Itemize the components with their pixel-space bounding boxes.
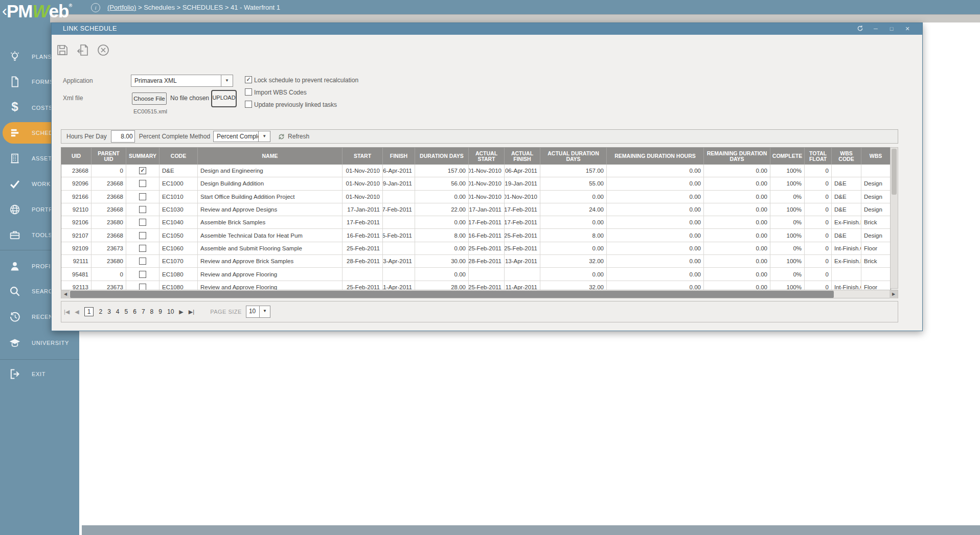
table-cell: 30.00 <box>415 255 469 267</box>
upload-button[interactable]: UPLOAD <box>211 90 237 107</box>
page-number-9[interactable]: 9 <box>158 308 162 315</box>
row-summary-checkbox[interactable] <box>139 232 146 239</box>
column-header[interactable]: START <box>343 148 383 165</box>
column-header[interactable]: ACTUAL FINISH <box>505 148 540 165</box>
table-cell: 100% <box>770 203 805 216</box>
minimize-icon[interactable]: ─ <box>872 25 879 32</box>
row-summary-checkbox[interactable] <box>139 271 146 278</box>
scrollbar-thumb[interactable] <box>892 149 897 195</box>
last-page-icon[interactable]: ▶| <box>189 309 194 315</box>
table-cell: 100% <box>770 177 805 190</box>
page-number-3[interactable]: 3 <box>107 308 111 315</box>
table-cell: 23668 <box>92 229 126 241</box>
column-header[interactable]: WBS CODE <box>832 148 861 165</box>
row-summary-checkbox[interactable] <box>139 193 146 200</box>
sidebar-divider <box>0 359 79 360</box>
table-cell <box>126 242 159 254</box>
choose-file-button[interactable]: Choose File <box>132 92 167 105</box>
column-header[interactable]: PARENT UID <box>92 148 126 165</box>
table-body: 236680✓D&EDesign and Engineering01-Nov-2… <box>61 165 891 294</box>
page-number-1[interactable]: 1 <box>84 307 94 316</box>
row-summary-checkbox[interactable] <box>139 219 146 226</box>
table-cell: EC1030 <box>159 203 198 216</box>
table-cell: Review and Approve Designs <box>198 203 343 216</box>
pmweb-logo[interactable]: ‹PMWeb® <box>2 1 72 21</box>
table-cell: 0.00 <box>415 216 469 228</box>
percent-complete-method-select[interactable]: Percent Complete ▼ <box>213 131 270 142</box>
table-cell: 92106 <box>61 216 92 228</box>
checkbox-import-wbs[interactable] <box>245 88 252 96</box>
refresh-button[interactable]: Refresh <box>288 133 309 140</box>
table-cell: 23668 <box>92 177 126 190</box>
dollar-icon: $ <box>9 100 21 114</box>
table-cell: 25-Feb-2011 <box>343 242 383 254</box>
hours-per-day-input[interactable] <box>111 130 135 143</box>
page-number-10[interactable]: 10 <box>167 308 174 315</box>
checkbox-lock-schedule[interactable]: ✓ <box>245 76 252 83</box>
table-cell: 01-Nov-2010 <box>469 177 505 190</box>
table-cell: D&E <box>832 203 861 216</box>
page-number-5[interactable]: 5 <box>125 308 128 315</box>
refresh-icon[interactable] <box>278 133 285 141</box>
column-header[interactable]: TOTAL FLOAT <box>805 148 832 165</box>
table-hscrollbar[interactable]: ◀ ▶ <box>61 290 898 298</box>
table-cell: 0 <box>805 216 832 228</box>
row-summary-checkbox[interactable] <box>139 258 146 265</box>
page-number-8[interactable]: 8 <box>150 308 154 315</box>
chevron-down-icon[interactable]: ▼ <box>221 75 233 86</box>
scroll-right-icon[interactable]: ▶ <box>890 290 898 298</box>
first-page-icon[interactable]: |◀ <box>64 309 70 315</box>
sidebar-item-university[interactable]: UNIVERSITY <box>0 332 79 354</box>
page-number-4[interactable]: 4 <box>116 308 120 315</box>
table-cell: 0.00 <box>607 216 704 228</box>
chevron-down-icon[interactable]: ▼ <box>259 306 270 317</box>
scroll-left-icon[interactable]: ◀ <box>61 290 70 298</box>
maximize-icon[interactable]: □ <box>888 25 895 32</box>
sidebar-item-exit[interactable]: EXIT <box>0 363 79 385</box>
breadcrumb-portfolio-link[interactable]: (Portfolio) <box>107 4 136 11</box>
application-select[interactable]: Primavera XML ▼ <box>131 75 233 87</box>
table-cell: EC1040 <box>159 216 198 228</box>
column-header[interactable]: ACTUAL DURATION DAYS <box>540 148 607 165</box>
table-cell: 100% <box>770 255 805 267</box>
column-header[interactable]: SUMMARY <box>126 148 159 165</box>
column-header[interactable]: REMAINING DURATION HOURS <box>607 148 704 165</box>
page-number-7[interactable]: 7 <box>142 308 145 315</box>
next-page-icon[interactable]: ▶ <box>179 309 183 315</box>
column-header[interactable]: WBS <box>861 148 891 165</box>
page-number-6[interactable]: 6 <box>133 308 136 315</box>
row-summary-checkbox[interactable] <box>139 245 146 252</box>
cancel-icon[interactable] <box>97 43 110 57</box>
column-header[interactable]: ACTUAL START <box>469 148 505 165</box>
table-vscrollbar[interactable] <box>890 147 898 289</box>
table-cell: 0 <box>805 255 832 267</box>
table-cell: 0.00 <box>607 165 704 177</box>
close-icon[interactable]: ✕ <box>904 25 911 32</box>
checkbox-update-linked[interactable] <box>245 101 252 108</box>
refresh-icon[interactable] <box>856 25 863 32</box>
breadcrumb-rest[interactable]: > Schedules > SCHEDULES > 41 - Waterfron… <box>136 4 280 11</box>
table-cell: EC1000 <box>159 177 198 190</box>
table-cell: 0 <box>805 165 832 177</box>
column-header[interactable]: COMPLETE <box>770 148 805 165</box>
column-header[interactable]: CODE <box>159 148 198 165</box>
column-header[interactable]: UID <box>61 148 92 165</box>
prev-page-icon[interactable]: ◀ <box>75 309 79 315</box>
column-header[interactable]: REMAINING DURATION DAYS <box>704 148 770 165</box>
table-cell: 8.00 <box>540 229 607 241</box>
scrollbar-thumb[interactable] <box>70 291 834 298</box>
row-summary-checkbox[interactable]: ✓ <box>139 167 146 174</box>
export-icon[interactable] <box>76 43 89 57</box>
chevron-down-icon[interactable]: ▼ <box>258 131 270 142</box>
row-summary-checkbox[interactable] <box>139 206 146 213</box>
table-cell: 22.00 <box>415 203 469 216</box>
page-number-2[interactable]: 2 <box>99 308 102 315</box>
table-cell: 28-Feb-2011 <box>469 255 505 267</box>
column-header[interactable]: FINISH <box>383 148 415 165</box>
column-header[interactable]: DURATION DAYS <box>415 148 469 165</box>
row-summary-checkbox[interactable] <box>139 180 146 187</box>
info-icon[interactable]: i <box>91 3 100 12</box>
page-size-select[interactable]: 10 ▼ <box>246 306 270 318</box>
save-icon[interactable] <box>56 43 69 57</box>
column-header[interactable]: NAME <box>198 148 343 165</box>
